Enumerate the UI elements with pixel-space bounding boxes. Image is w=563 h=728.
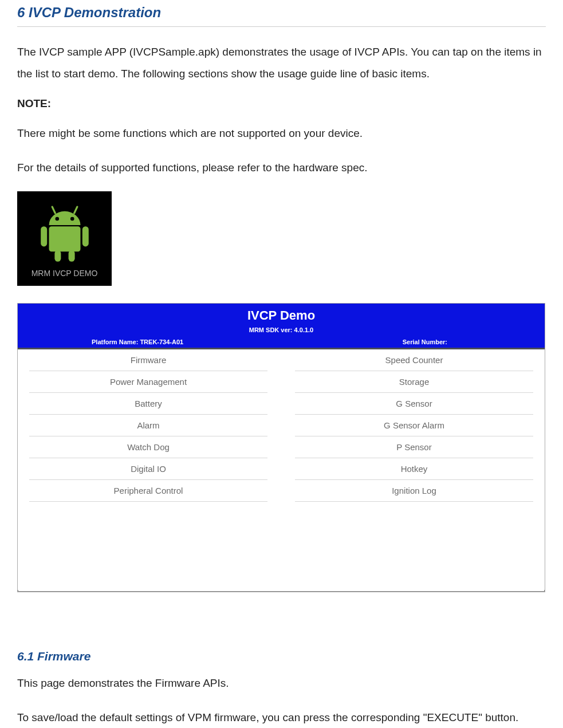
platform-name-value: TREK-734-A01	[138, 339, 183, 345]
list-item[interactable]: Alarm	[29, 415, 267, 436]
svg-rect-0	[51, 205, 56, 214]
serial-number-label-text: Serial Number:	[403, 339, 447, 345]
note-paragraph-1: There might be some functions which are …	[17, 123, 546, 144]
platform-name-label-text: Platform Name:	[92, 339, 138, 345]
android-robot-icon	[33, 200, 96, 263]
intro-paragraph: The IVCP sample APP (IVCPSample.apk) dem…	[17, 41, 546, 85]
app-icon-caption: MRM IVCP DEMO	[32, 269, 98, 278]
serial-number-label: Serial Number:	[312, 339, 538, 345]
section-heading: 6 IVCP Demonstration	[17, 0, 546, 27]
list-item[interactable]: Ignition Log	[295, 480, 533, 502]
ivcp-demo-header: IVCP Demo MRM SDK ver: 4.0.1.0 Platform …	[18, 304, 545, 349]
ivcp-demo-right-column: Speed Counter Storage G Sensor G Sensor …	[284, 349, 545, 590]
list-item[interactable]: Firmware	[29, 349, 267, 371]
platform-name-label: Platform Name: TREK-734-A01	[25, 339, 250, 345]
app-icon: MRM IVCP DEMO	[17, 191, 112, 286]
list-item[interactable]: Hotkey	[295, 458, 533, 480]
document-page: 6 IVCP Demonstration The IVCP sample APP…	[0, 0, 563, 728]
list-item[interactable]: Speed Counter	[295, 349, 533, 371]
note-label: NOTE:	[17, 97, 546, 110]
svg-point-8	[70, 217, 74, 221]
svg-rect-5	[54, 250, 61, 262]
firmware-paragraph-1: This page demonstrates the Firmware APIs…	[17, 672, 546, 694]
svg-rect-6	[68, 250, 74, 262]
svg-point-7	[55, 217, 59, 221]
list-item[interactable]: G Sensor Alarm	[295, 415, 533, 436]
list-item[interactable]: Power Management	[29, 371, 267, 393]
list-item[interactable]: Battery	[29, 393, 267, 415]
ivcp-demo-left-column: Firmware Power Management Battery Alarm …	[18, 349, 279, 590]
list-item[interactable]: Watch Dog	[29, 436, 267, 458]
subsection-heading: 6.1 Firmware	[17, 650, 546, 663]
svg-rect-3	[41, 226, 47, 246]
ivcp-demo-info-row: Platform Name: TREK-734-A01 Serial Numbe…	[18, 339, 545, 345]
ivcp-demo-list: Firmware Power Management Battery Alarm …	[18, 349, 545, 590]
list-item[interactable]: Storage	[295, 371, 533, 393]
note-paragraph-2: For the details of supported functions, …	[17, 157, 546, 179]
ivcp-demo-title: IVCP Demo	[18, 304, 545, 323]
list-item[interactable]: G Sensor	[295, 393, 533, 415]
ivcp-demo-subtitle: MRM SDK ver: 4.0.1.0	[18, 326, 545, 333]
list-item[interactable]: Digital IO	[29, 458, 267, 480]
firmware-paragraph-2: To save/load the default settings of VPM…	[17, 707, 546, 728]
list-item[interactable]: Peripheral Control	[29, 480, 267, 502]
ivcp-demo-screenshot: IVCP Demo MRM SDK ver: 4.0.1.0 Platform …	[17, 303, 545, 592]
svg-rect-1	[73, 205, 78, 214]
svg-rect-2	[49, 226, 80, 251]
svg-rect-4	[82, 226, 88, 246]
list-item[interactable]: P Sensor	[295, 436, 533, 458]
